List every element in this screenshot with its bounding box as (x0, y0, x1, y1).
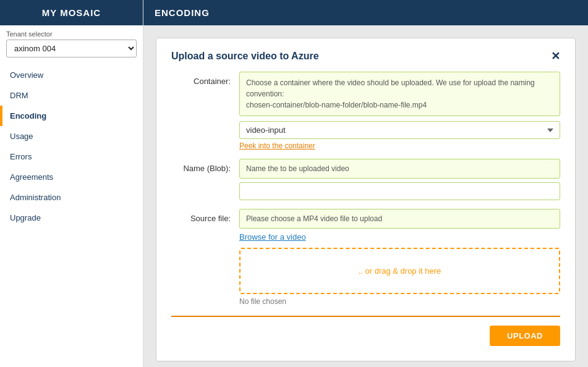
close-button[interactable]: ✕ (551, 51, 560, 62)
tenant-section: Tenant selector axinom 004 (0, 25, 143, 60)
sidebar-header: MY MOSAIC (0, 0, 143, 25)
divider (171, 316, 560, 317)
sidebar-item-administration[interactable]: Administration (0, 187, 143, 208)
sidebar-item-upgrade[interactable]: Upgrade (0, 208, 143, 228)
source-row: Source file: Please choose a MP4 video f… (171, 209, 560, 306)
upload-card: Upload a source video to Azure ✕ Contain… (156, 38, 576, 361)
main-area: ENCODING Upload a source video to Azure … (143, 0, 588, 367)
sidebar-item-agreements[interactable]: Agreements (0, 167, 143, 187)
sidebar: MY MOSAIC Tenant selector axinom 004 Ove… (0, 0, 143, 367)
tenant-label: Tenant selector (6, 30, 137, 38)
sidebar-item-drm[interactable]: DRM (0, 85, 143, 106)
sidebar-item-errors[interactable]: Errors (0, 146, 143, 167)
source-alert-box: Please choose a MP4 video file to upload (239, 209, 560, 229)
name-alert-box: Name the to be uploaded video (239, 159, 560, 179)
sidebar-item-encoding[interactable]: Encoding (0, 106, 143, 126)
sidebar-item-usage[interactable]: Usage (0, 126, 143, 146)
source-field: Please choose a MP4 video file to upload… (239, 209, 560, 306)
container-select[interactable]: video-input video-output (239, 121, 560, 139)
nav-list: Overview DRM Encoding Usage Errors Agree… (0, 65, 143, 228)
name-label: Name (Blob): (171, 159, 239, 173)
drag-drop-text: .. or drag & drop it here (359, 266, 441, 276)
browse-link[interactable]: Browse for a video (239, 232, 306, 242)
card-title-row: Upload a source video to Azure ✕ (171, 51, 560, 62)
container-row: Container: Choose a container where the … (171, 72, 560, 150)
container-info-box: Choose a container where the video shoul… (239, 72, 560, 116)
peek-link[interactable]: Peek into the container (239, 141, 315, 150)
source-label: Source file: (171, 209, 239, 223)
upload-btn-row: UPLOAD (171, 326, 560, 346)
upload-button[interactable]: UPLOAD (490, 326, 560, 346)
name-input[interactable] (239, 182, 560, 200)
name-field: Name the to be uploaded video (239, 159, 560, 200)
drag-drop-area[interactable]: .. or drag & drop it here (239, 248, 560, 294)
container-label: Container: (171, 72, 239, 86)
no-file-text: No file chosen (239, 297, 560, 306)
tenant-selector[interactable]: axinom 004 (6, 40, 137, 57)
sidebar-item-overview[interactable]: Overview (0, 65, 143, 85)
main-header: ENCODING (143, 0, 588, 25)
name-row: Name (Blob): Name the to be uploaded vid… (171, 159, 560, 200)
container-field: Choose a container where the video shoul… (239, 72, 560, 150)
main-content: Upload a source video to Azure ✕ Contain… (143, 25, 588, 367)
card-title: Upload a source video to Azure (171, 51, 319, 62)
